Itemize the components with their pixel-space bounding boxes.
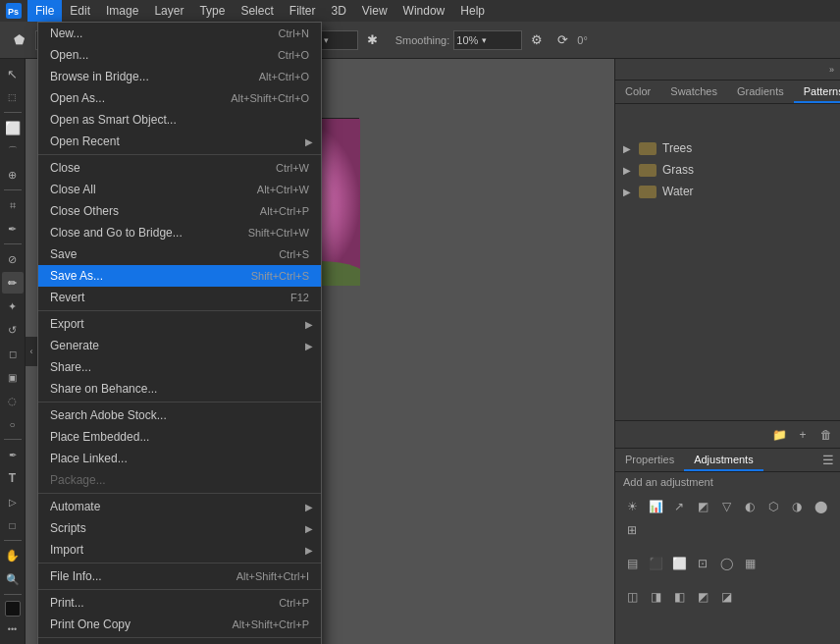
vibrance2-icon[interactable]: ◪ bbox=[715, 586, 737, 608]
vibrance-icon[interactable]: ▽ bbox=[715, 496, 737, 517]
smoothing-options[interactable]: ⚙ bbox=[526, 29, 548, 51]
menu-item-search-adobe-stock---[interactable]: Search Adobe Stock... bbox=[38, 404, 321, 426]
menu-item-open-as---[interactable]: Open As...Alt+Shift+Ctrl+O bbox=[38, 87, 321, 109]
tab-color[interactable]: Color bbox=[615, 81, 660, 103]
menu-item-generate[interactable]: Generate bbox=[38, 335, 321, 356]
menu-item-new---[interactable]: New...Ctrl+N bbox=[38, 23, 321, 44]
history-brush[interactable]: ↺ bbox=[2, 319, 24, 341]
clone-stamp-tool[interactable]: ✦ bbox=[2, 295, 24, 317]
menu-item-print---[interactable]: Print...Ctrl+P bbox=[38, 592, 321, 614]
color-balance-icon[interactable]: ⬡ bbox=[762, 496, 784, 517]
brush-tool[interactable]: ✏ bbox=[2, 272, 24, 294]
brush-preset-picker[interactable]: ⬟ bbox=[8, 29, 29, 51]
menu-item-import[interactable]: Import bbox=[38, 539, 321, 561]
more-tools[interactable]: ••• bbox=[2, 618, 24, 640]
menu-item-close-all[interactable]: Close AllAlt+Ctrl+W bbox=[38, 179, 321, 200]
curves-icon[interactable]: ↗ bbox=[668, 496, 690, 517]
menu-item-close-and-go-to-bridge---[interactable]: Close and Go to Bridge...Shift+Ctrl+W bbox=[38, 222, 321, 243]
shape-tool[interactable]: □ bbox=[2, 514, 24, 536]
menu-layer[interactable]: Layer bbox=[146, 0, 191, 22]
menu-item-file-info---[interactable]: File Info...Alt+Shift+Ctrl+I bbox=[38, 565, 321, 587]
artboard-tool[interactable]: ⬚ bbox=[2, 86, 24, 108]
healing-tool[interactable]: ⊘ bbox=[2, 248, 24, 270]
tab-gradients[interactable]: Gradients bbox=[727, 81, 794, 103]
menu-edit[interactable]: Edit bbox=[62, 0, 98, 22]
menu-item-share-on-behance---[interactable]: Share on Behance... bbox=[38, 378, 321, 400]
crop-tool[interactable]: ⌗ bbox=[2, 194, 24, 216]
foreground-color[interactable] bbox=[5, 601, 21, 617]
pattern-group-trees[interactable]: ▶ Trees bbox=[615, 137, 840, 159]
menu-item-close[interactable]: CloseCtrl+W bbox=[38, 157, 321, 179]
menu-window[interactable]: Window bbox=[395, 0, 453, 22]
menu-item-open---[interactable]: Open...Ctrl+O bbox=[38, 44, 321, 66]
quick-select-tool[interactable]: ⊕ bbox=[2, 164, 24, 186]
smoothing-dropdown[interactable]: 10% ▾ bbox=[453, 30, 522, 50]
menu-item-save-as---[interactable]: Save As...Shift+Ctrl+S bbox=[38, 265, 321, 287]
marquee-tool[interactable]: ⬜ bbox=[2, 117, 24, 138]
menu-item-export[interactable]: Export bbox=[38, 313, 321, 335]
gradient-tool[interactable]: ▣ bbox=[2, 366, 24, 388]
pen-tool[interactable]: ✒ bbox=[2, 444, 24, 465]
path-selection[interactable]: ▷ bbox=[2, 491, 24, 512]
menu-file[interactable]: File bbox=[27, 0, 62, 22]
delete-pattern-btn[interactable]: 🗑 bbox=[816, 425, 836, 445]
gradient-fill-icon[interactable]: ◨ bbox=[645, 586, 666, 608]
tab-patterns[interactable]: Patterns bbox=[794, 81, 840, 103]
invert-icon[interactable]: ⬛ bbox=[645, 553, 666, 574]
new-pattern-btn[interactable]: + bbox=[793, 425, 813, 445]
brush-angle[interactable]: ⟳ bbox=[551, 29, 573, 51]
move-tool[interactable]: ↖ bbox=[2, 63, 24, 84]
exposure-icon[interactable]: ◩ bbox=[692, 496, 713, 517]
menu-3d[interactable]: 3D bbox=[323, 0, 353, 22]
menu-item-close-others[interactable]: Close OthersAlt+Ctrl+P bbox=[38, 200, 321, 222]
color-lookup-icon[interactable]: ▤ bbox=[621, 553, 643, 574]
channel-mixer-icon[interactable]: ⊞ bbox=[621, 519, 643, 541]
posterize-icon[interactable]: ⬜ bbox=[668, 553, 690, 574]
hue-saturation-icon[interactable]: ◐ bbox=[739, 496, 761, 517]
pattern-fill-icon[interactable]: ◧ bbox=[668, 586, 690, 608]
smart-object-icon[interactable]: ◩ bbox=[692, 586, 713, 608]
menu-item-share---[interactable]: Share... bbox=[38, 356, 321, 378]
menu-item-open-as-smart-object---[interactable]: Open as Smart Object... bbox=[38, 109, 321, 131]
hand-tool[interactable]: ✋ bbox=[2, 545, 24, 566]
menu-item-browse-in-bridge---[interactable]: Browse in Bridge...Alt+Ctrl+O bbox=[38, 66, 321, 87]
eyedropper-tool[interactable]: ✒ bbox=[2, 218, 24, 240]
new-folder-btn[interactable]: 📁 bbox=[769, 425, 789, 445]
menu-item-automate[interactable]: Automate bbox=[38, 496, 321, 517]
gradient-map-icon[interactable]: ▦ bbox=[739, 553, 761, 574]
menu-image[interactable]: Image bbox=[98, 0, 146, 22]
tab-adjustments[interactable]: Adjustments bbox=[684, 450, 763, 471]
right-panel-expand[interactable]: » bbox=[823, 65, 840, 75]
dodge-tool[interactable]: ○ bbox=[2, 413, 24, 435]
menu-item-place-embedded---[interactable]: Place Embedded... bbox=[38, 426, 321, 448]
menu-item-exit[interactable]: ExitCtrl+Q bbox=[38, 640, 321, 644]
menu-item-save[interactable]: SaveCtrl+S bbox=[38, 243, 321, 265]
menu-item-print-one-copy[interactable]: Print One CopyAlt+Shift+Ctrl+P bbox=[38, 614, 321, 635]
levels-icon[interactable]: 📊 bbox=[645, 496, 666, 517]
tab-properties[interactable]: Properties bbox=[615, 450, 684, 471]
selective-color-icon[interactable]: ◯ bbox=[715, 553, 737, 574]
pattern-group-grass[interactable]: ▶ Grass bbox=[615, 159, 840, 181]
airbrush-btn[interactable]: ✱ bbox=[362, 29, 384, 51]
menu-item-place-linked---[interactable]: Place Linked... bbox=[38, 448, 321, 469]
left-collapse-btn[interactable]: ‹ bbox=[26, 337, 37, 366]
eraser-tool[interactable]: ◻ bbox=[2, 343, 24, 364]
type-tool[interactable]: T bbox=[2, 467, 24, 489]
menu-view[interactable]: View bbox=[354, 0, 395, 22]
bottom-panel-menu[interactable]: ☰ bbox=[816, 449, 840, 471]
brightness-contrast-icon[interactable]: ☀ bbox=[621, 496, 643, 517]
pattern-group-water[interactable]: ▶ Water bbox=[615, 181, 840, 202]
menu-item-scripts[interactable]: Scripts bbox=[38, 517, 321, 539]
menu-select[interactable]: Select bbox=[233, 0, 281, 22]
blur-tool[interactable]: ◌ bbox=[2, 390, 24, 411]
lasso-tool[interactable]: ⌒ bbox=[2, 140, 24, 162]
threshold-icon[interactable]: ⊡ bbox=[692, 553, 713, 574]
menu-filter[interactable]: Filter bbox=[282, 0, 324, 22]
menu-help[interactable]: Help bbox=[452, 0, 493, 22]
tab-swatches[interactable]: Swatches bbox=[660, 81, 727, 103]
solid-color-icon[interactable]: ◫ bbox=[621, 586, 643, 608]
menu-type[interactable]: Type bbox=[191, 0, 233, 22]
photo-filter-icon[interactable]: ⬤ bbox=[810, 496, 831, 517]
zoom-tool[interactable]: 🔍 bbox=[2, 568, 24, 590]
menu-item-open-recent[interactable]: Open Recent bbox=[38, 131, 321, 152]
